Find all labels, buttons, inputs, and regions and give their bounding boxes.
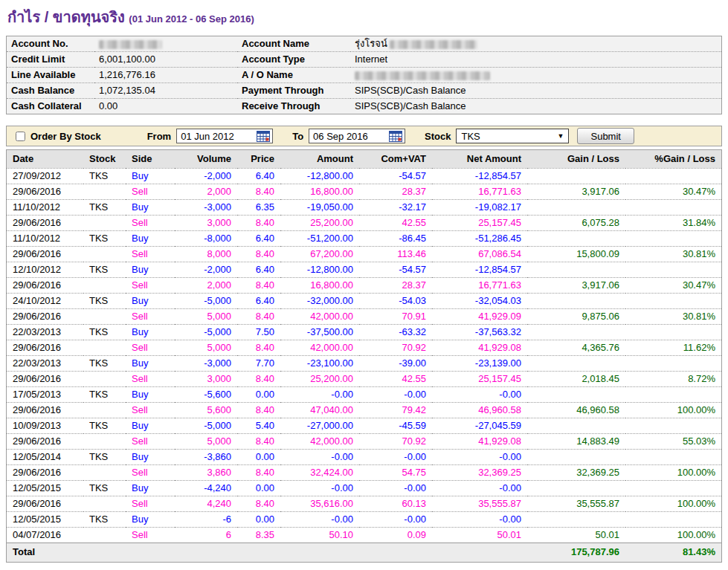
cell-gain_loss bbox=[527, 169, 625, 184]
cell-volume: 4,240 bbox=[175, 496, 237, 512]
column-header: Net Amount bbox=[432, 150, 527, 169]
cell-volume: -2,000 bbox=[175, 169, 237, 184]
cell-stock bbox=[83, 403, 126, 418]
cell-net_amount: -27,045.59 bbox=[432, 418, 527, 434]
cell-gain_loss bbox=[527, 294, 625, 309]
cell-price: 6.40 bbox=[237, 262, 280, 278]
cell-pct_gain_loss: 100.00% bbox=[625, 465, 721, 481]
cell-volume: -5,600 bbox=[175, 387, 237, 403]
account-field-label: Account Type bbox=[237, 52, 350, 68]
cell-com_vat: 60.13 bbox=[359, 496, 432, 512]
cell-side: Sell bbox=[126, 465, 175, 481]
cell-pct_gain_loss: 31.84% bbox=[625, 216, 721, 231]
cell-amount: 42,000.00 bbox=[280, 340, 359, 356]
cell-pct_gain_loss bbox=[625, 294, 721, 309]
cell-stock: TKS bbox=[83, 481, 126, 496]
account-field-label: Payment Through bbox=[237, 83, 350, 99]
cell-pct_gain_loss: 55.03% bbox=[625, 434, 721, 450]
trade-table: DateStockSideVolumePriceAmountCom+VATNet… bbox=[7, 150, 721, 562]
redacted-text bbox=[355, 71, 490, 80]
cell-pct_gain_loss bbox=[625, 169, 721, 184]
cell-amount: 42,000.00 bbox=[280, 434, 359, 450]
cell-stock: TKS bbox=[83, 450, 126, 465]
cell-net_amount: 67,086.54 bbox=[432, 247, 527, 262]
cell-pct_gain_loss: 30.81% bbox=[625, 309, 721, 325]
cell-stock: TKS bbox=[83, 169, 126, 184]
cell-stock bbox=[83, 434, 126, 450]
cell-date: 29/06/2016 bbox=[7, 184, 83, 200]
order-by-stock-checkbox[interactable] bbox=[16, 132, 25, 141]
cell-volume: 5,000 bbox=[175, 340, 237, 356]
cell-net_amount: -19,082.17 bbox=[432, 200, 527, 216]
redacted-text bbox=[99, 40, 162, 49]
cell-com_vat: -54.57 bbox=[359, 262, 432, 278]
cell-stock: TKS bbox=[83, 262, 126, 278]
cell-net_amount: 16,771.63 bbox=[432, 184, 527, 200]
cell-stock: TKS bbox=[83, 231, 126, 247]
cell-net_amount: -51,286.45 bbox=[432, 231, 527, 247]
cell-price: 8.40 bbox=[237, 216, 280, 231]
chevron-down-icon: ▼ bbox=[558, 132, 564, 140]
cell-volume: -2,000 bbox=[175, 262, 237, 278]
total-pct-gain-loss: 81.43% bbox=[625, 543, 721, 563]
cell-gain_loss: 6,075.28 bbox=[527, 216, 625, 231]
cell-date: 12/10/2012 bbox=[7, 262, 83, 278]
table-row: 17/05/2013TKSBuy-5,6000.00-0.00-0.00-0.0… bbox=[7, 387, 721, 403]
account-field-label: Cash Collateral bbox=[7, 99, 94, 114]
cell-net_amount: 41,929.08 bbox=[432, 434, 527, 450]
cell-pct_gain_loss: 30.47% bbox=[625, 184, 721, 200]
cell-com_vat: -0.00 bbox=[359, 512, 432, 528]
cell-price: 8.40 bbox=[237, 403, 280, 418]
cell-gain_loss bbox=[527, 262, 625, 278]
account-field-value: 1,072,135.04 bbox=[94, 83, 237, 99]
cell-volume: 8,000 bbox=[175, 247, 237, 262]
cell-price: 0.00 bbox=[237, 481, 280, 496]
table-row: 12/05/2015TKSBuy-4,2400.00-0.00-0.00-0.0… bbox=[7, 481, 721, 496]
stock-select[interactable]: TKS ▼ bbox=[456, 129, 569, 143]
submit-button[interactable]: Submit bbox=[577, 128, 634, 144]
cell-pct_gain_loss: 100.00% bbox=[625, 496, 721, 512]
to-date-input[interactable]: 06 Sep 2016 bbox=[309, 129, 405, 143]
from-date-input[interactable]: 01 Jun 2012 bbox=[176, 129, 273, 143]
cell-stock: TKS bbox=[83, 512, 126, 528]
column-header: Stock bbox=[83, 150, 126, 169]
cell-side: Sell bbox=[126, 184, 175, 200]
table-row: 29/06/2016Sell2,0008.4016,800.0028.3716,… bbox=[7, 278, 721, 294]
cell-com_vat: -0.00 bbox=[359, 450, 432, 465]
total-label: Total bbox=[7, 543, 527, 563]
cell-date: 11/10/2012 bbox=[7, 200, 83, 216]
table-header-row: DateStockSideVolumePriceAmountCom+VATNet… bbox=[7, 150, 721, 169]
calendar-icon[interactable] bbox=[389, 131, 402, 142]
cell-date: 04/07/2016 bbox=[7, 528, 83, 543]
cell-gain_loss: 3,917.06 bbox=[527, 184, 625, 200]
cell-volume: -5,000 bbox=[175, 294, 237, 309]
cell-price: 6.35 bbox=[237, 200, 280, 216]
table-row: 29/06/2016Sell3,0008.4025,200.0042.5525,… bbox=[7, 372, 721, 387]
cell-stock bbox=[83, 372, 126, 387]
cell-date: 29/06/2016 bbox=[7, 496, 83, 512]
from-label: From bbox=[147, 131, 172, 142]
table-row: 29/06/2016Sell5,6008.4047,040.0079.4246,… bbox=[7, 403, 721, 418]
cell-stock bbox=[83, 340, 126, 356]
cell-price: 7.50 bbox=[237, 325, 280, 340]
cell-date: 29/06/2016 bbox=[7, 465, 83, 481]
cell-volume: -5,000 bbox=[175, 325, 237, 340]
cell-price: 0.00 bbox=[237, 387, 280, 403]
cell-volume: -3,860 bbox=[175, 450, 237, 465]
cell-date: 29/06/2016 bbox=[7, 434, 83, 450]
cell-pct_gain_loss bbox=[625, 356, 721, 372]
cell-stock: TKS bbox=[83, 387, 126, 403]
cell-pct_gain_loss bbox=[625, 387, 721, 403]
cell-com_vat: 70.92 bbox=[359, 340, 432, 356]
cell-com_vat: 79.42 bbox=[359, 403, 432, 418]
cell-price: 6.40 bbox=[237, 231, 280, 247]
cell-stock bbox=[83, 247, 126, 262]
table-row: 12/10/2012TKSBuy-2,0006.40-12,800.00-54.… bbox=[7, 262, 721, 278]
cell-price: 0.00 bbox=[237, 512, 280, 528]
calendar-icon[interactable] bbox=[257, 131, 270, 142]
redacted-text bbox=[390, 40, 477, 49]
cell-volume: -6 bbox=[175, 512, 237, 528]
stock-select-value: TKS bbox=[461, 131, 480, 142]
cell-price: 5.40 bbox=[237, 418, 280, 434]
cell-volume: 5,600 bbox=[175, 403, 237, 418]
